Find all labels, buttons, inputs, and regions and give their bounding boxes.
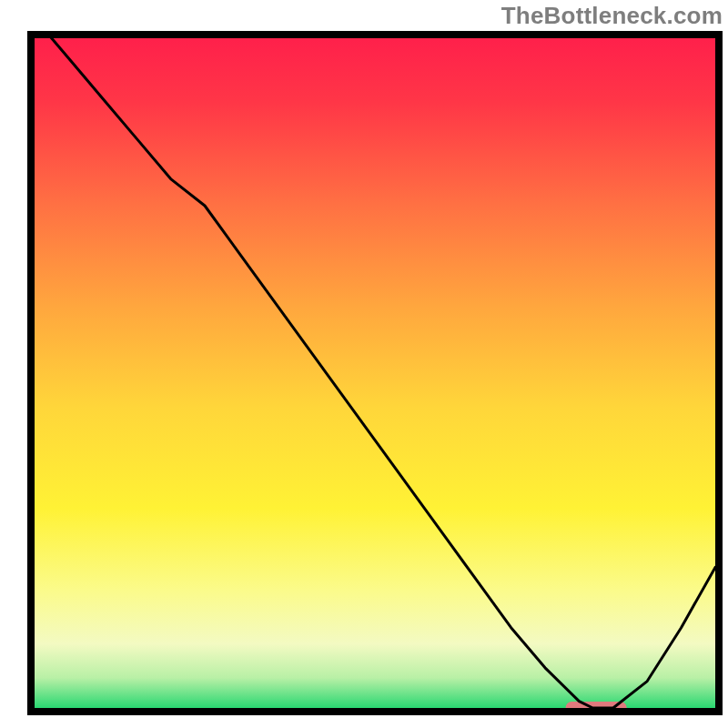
chart-container: TheBottleneck.com	[0, 0, 728, 728]
watermark-label: TheBottleneck.com	[501, 2, 723, 30]
plot-area	[31, 18, 719, 714]
bottleneck-chart	[0, 0, 728, 728]
